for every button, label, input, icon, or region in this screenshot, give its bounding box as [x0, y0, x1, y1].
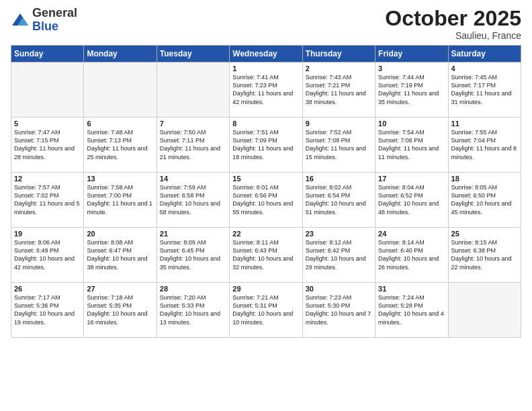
day-info: Sunrise: 7:23 AM Sunset: 5:30 PM Dayligh…: [306, 293, 372, 326]
day-info: Sunrise: 7:59 AM Sunset: 6:58 PM Dayligh…: [160, 183, 226, 216]
table-row: 2Sunrise: 7:43 AM Sunset: 7:21 PM Daylig…: [302, 62, 375, 118]
day-info: Sunrise: 8:08 AM Sunset: 6:47 PM Dayligh…: [87, 238, 153, 271]
day-info: Sunrise: 7:24 AM Sunset: 5:28 PM Dayligh…: [378, 293, 445, 326]
day-number: 24: [378, 230, 445, 238]
table-row: 8Sunrise: 7:51 AM Sunset: 7:09 PM Daylig…: [230, 118, 302, 173]
logo: General Blue: [11, 7, 77, 34]
day-info: Sunrise: 7:57 AM Sunset: 7:02 PM Dayligh…: [14, 183, 81, 216]
table-row: [157, 62, 229, 118]
day-number: 10: [378, 120, 445, 128]
col-wednesday: Wednesday: [230, 46, 302, 62]
calendar-header-row: Sunday Monday Tuesday Wednesday Thursday…: [11, 46, 521, 62]
day-info: Sunrise: 8:06 AM Sunset: 6:49 PM Dayligh…: [14, 238, 81, 271]
day-info: Sunrise: 7:54 AM Sunset: 7:06 PM Dayligh…: [378, 128, 445, 161]
day-number: 30: [306, 285, 372, 293]
col-thursday: Thursday: [302, 46, 375, 62]
day-info: Sunrise: 8:04 AM Sunset: 6:52 PM Dayligh…: [378, 183, 445, 216]
logo-blue-text: Blue: [32, 20, 77, 34]
table-row: 7Sunrise: 7:50 AM Sunset: 7:11 PM Daylig…: [157, 118, 229, 173]
table-row: 23Sunrise: 8:12 AM Sunset: 6:42 PM Dayli…: [302, 228, 375, 283]
day-number: 8: [232, 120, 299, 128]
day-number: 31: [378, 285, 445, 293]
day-number: 3: [378, 64, 445, 73]
col-saturday: Saturday: [448, 46, 521, 62]
day-number: 21: [160, 230, 226, 238]
table-row: 11Sunrise: 7:55 AM Sunset: 7:04 PM Dayli…: [448, 118, 521, 173]
day-info: Sunrise: 8:12 AM Sunset: 6:42 PM Dayligh…: [306, 238, 372, 271]
logo-general-text: General: [32, 7, 77, 20]
day-info: Sunrise: 8:02 AM Sunset: 6:54 PM Dayligh…: [306, 183, 372, 216]
day-number: 4: [451, 64, 518, 73]
table-row: 9Sunrise: 7:52 AM Sunset: 7:08 PM Daylig…: [302, 118, 375, 173]
col-sunday: Sunday: [11, 46, 84, 62]
day-number: 18: [451, 175, 518, 183]
day-number: 13: [87, 175, 153, 183]
day-number: 20: [87, 230, 153, 238]
calendar-week-row: 19Sunrise: 8:06 AM Sunset: 6:49 PM Dayli…: [11, 228, 521, 283]
table-row: 24Sunrise: 8:14 AM Sunset: 6:40 PM Dayli…: [375, 228, 448, 283]
day-info: Sunrise: 7:41 AM Sunset: 7:23 PM Dayligh…: [232, 73, 299, 106]
header: General Blue October 2025 Saulieu, Franc…: [11, 7, 521, 41]
day-info: Sunrise: 7:55 AM Sunset: 7:04 PM Dayligh…: [451, 128, 518, 161]
table-row: 10Sunrise: 7:54 AM Sunset: 7:06 PM Dayli…: [375, 118, 448, 173]
day-number: 12: [14, 175, 81, 183]
table-row: 31Sunrise: 7:24 AM Sunset: 5:28 PM Dayli…: [375, 283, 448, 338]
table-row: 19Sunrise: 8:06 AM Sunset: 6:49 PM Dayli…: [11, 228, 84, 283]
day-info: Sunrise: 7:45 AM Sunset: 7:17 PM Dayligh…: [451, 73, 518, 106]
day-number: 26: [14, 285, 81, 293]
calendar-week-row: 1Sunrise: 7:41 AM Sunset: 7:23 PM Daylig…: [11, 62, 521, 118]
table-row: [448, 283, 521, 338]
table-row: 25Sunrise: 8:15 AM Sunset: 6:38 PM Dayli…: [448, 228, 521, 283]
day-info: Sunrise: 7:58 AM Sunset: 7:00 PM Dayligh…: [87, 183, 153, 216]
table-row: 28Sunrise: 7:20 AM Sunset: 5:33 PM Dayli…: [157, 283, 229, 338]
day-number: 15: [232, 175, 299, 183]
day-number: 22: [232, 230, 299, 238]
table-row: 18Sunrise: 8:05 AM Sunset: 6:50 PM Dayli…: [448, 173, 521, 228]
table-row: 22Sunrise: 8:11 AM Sunset: 6:43 PM Dayli…: [230, 228, 302, 283]
day-info: Sunrise: 7:17 AM Sunset: 5:36 PM Dayligh…: [14, 293, 81, 326]
day-info: Sunrise: 7:21 AM Sunset: 5:31 PM Dayligh…: [232, 293, 299, 326]
calendar: Sunday Monday Tuesday Wednesday Thursday…: [11, 45, 521, 338]
calendar-week-row: 5Sunrise: 7:47 AM Sunset: 7:15 PM Daylig…: [11, 118, 521, 173]
calendar-week-row: 26Sunrise: 7:17 AM Sunset: 5:36 PM Dayli…: [11, 283, 521, 338]
table-row: 6Sunrise: 7:48 AM Sunset: 7:13 PM Daylig…: [84, 118, 157, 173]
day-info: Sunrise: 7:44 AM Sunset: 7:19 PM Dayligh…: [378, 73, 445, 106]
day-number: 2: [306, 64, 372, 73]
logo-icon: [11, 11, 30, 30]
day-number: 17: [378, 175, 445, 183]
day-number: 1: [232, 64, 299, 73]
day-info: Sunrise: 8:05 AM Sunset: 6:50 PM Dayligh…: [451, 183, 518, 216]
table-row: 15Sunrise: 8:01 AM Sunset: 6:56 PM Dayli…: [230, 173, 302, 228]
day-number: 29: [232, 285, 299, 293]
day-number: 7: [160, 120, 226, 128]
day-number: 11: [451, 120, 518, 128]
day-info: Sunrise: 7:47 AM Sunset: 7:15 PM Dayligh…: [14, 128, 81, 161]
day-info: Sunrise: 7:50 AM Sunset: 7:11 PM Dayligh…: [160, 128, 226, 161]
day-info: Sunrise: 8:09 AM Sunset: 6:45 PM Dayligh…: [160, 238, 226, 271]
day-info: Sunrise: 8:11 AM Sunset: 6:43 PM Dayligh…: [232, 238, 299, 271]
table-row: 26Sunrise: 7:17 AM Sunset: 5:36 PM Dayli…: [11, 283, 84, 338]
day-number: 9: [306, 120, 372, 128]
day-info: Sunrise: 8:01 AM Sunset: 6:56 PM Dayligh…: [232, 183, 299, 216]
day-info: Sunrise: 7:51 AM Sunset: 7:09 PM Dayligh…: [232, 128, 299, 161]
table-row: 5Sunrise: 7:47 AM Sunset: 7:15 PM Daylig…: [11, 118, 84, 173]
table-row: 21Sunrise: 8:09 AM Sunset: 6:45 PM Dayli…: [157, 228, 229, 283]
table-row: 29Sunrise: 7:21 AM Sunset: 5:31 PM Dayli…: [230, 283, 302, 338]
month-title: October 2025: [385, 7, 521, 30]
table-row: 12Sunrise: 7:57 AM Sunset: 7:02 PM Dayli…: [11, 173, 84, 228]
col-monday: Monday: [84, 46, 157, 62]
day-number: 25: [451, 230, 518, 238]
table-row: 27Sunrise: 7:18 AM Sunset: 5:35 PM Dayli…: [84, 283, 157, 338]
day-info: Sunrise: 7:18 AM Sunset: 5:35 PM Dayligh…: [87, 293, 153, 326]
day-number: 19: [14, 230, 81, 238]
col-tuesday: Tuesday: [157, 46, 229, 62]
table-row: 4Sunrise: 7:45 AM Sunset: 7:17 PM Daylig…: [448, 62, 521, 118]
table-row: 14Sunrise: 7:59 AM Sunset: 6:58 PM Dayli…: [157, 173, 229, 228]
day-number: 28: [160, 285, 226, 293]
location: Saulieu, France: [385, 30, 521, 41]
day-number: 23: [306, 230, 372, 238]
day-info: Sunrise: 8:15 AM Sunset: 6:38 PM Dayligh…: [451, 238, 518, 271]
table-row: 13Sunrise: 7:58 AM Sunset: 7:00 PM Dayli…: [84, 173, 157, 228]
table-row: 17Sunrise: 8:04 AM Sunset: 6:52 PM Dayli…: [375, 173, 448, 228]
day-info: Sunrise: 7:48 AM Sunset: 7:13 PM Dayligh…: [87, 128, 153, 161]
